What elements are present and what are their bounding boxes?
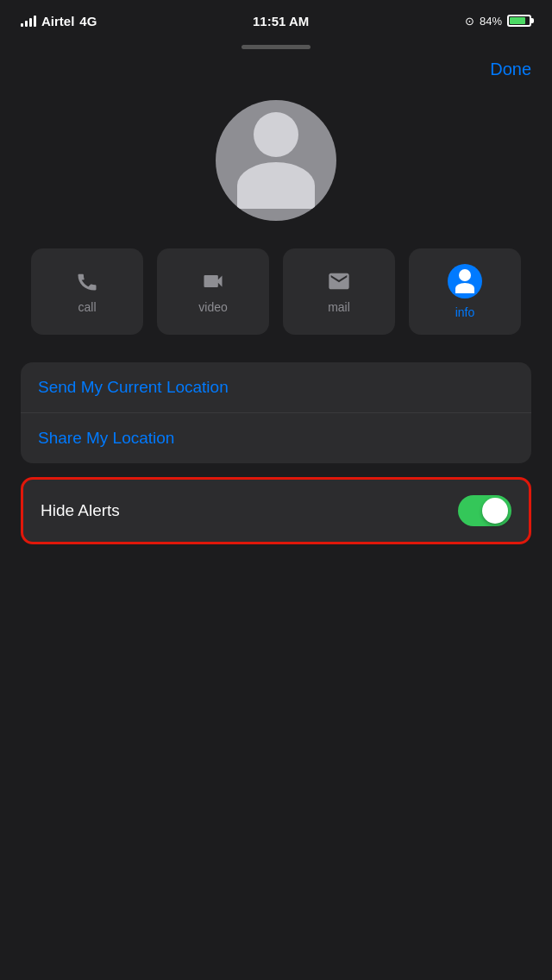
battery-percent: 84% (480, 15, 502, 28)
send-location-item[interactable]: Send My Current Location (21, 362, 531, 413)
status-right: ⊙ 84% (465, 15, 531, 28)
call-label: call (78, 300, 96, 314)
header: Done (0, 53, 552, 79)
share-location-item[interactable]: Share My Location (21, 413, 531, 463)
lock-icon: ⊙ (465, 15, 474, 28)
share-location-label: Share My Location (38, 429, 174, 448)
info-label: info (455, 305, 475, 319)
mail-icon (327, 269, 351, 293)
battery-icon (507, 15, 531, 27)
video-button[interactable]: video (157, 248, 269, 335)
actions-row: call video mail info (0, 248, 552, 362)
done-button[interactable]: Done (490, 60, 531, 79)
status-left: Airtel 4G (21, 14, 97, 28)
mail-button[interactable]: mail (283, 248, 395, 335)
video-icon (201, 269, 225, 293)
video-label: video (198, 300, 227, 314)
carrier-label: Airtel (41, 14, 74, 28)
hide-alerts-label: Hide Alerts (41, 501, 120, 520)
avatar (216, 100, 336, 221)
avatar-person-icon (237, 112, 315, 209)
hide-alerts-row: Hide Alerts (23, 480, 529, 542)
info-icon-circle (448, 264, 482, 298)
mail-label: mail (328, 300, 350, 314)
drag-handle-area (0, 38, 552, 53)
info-button[interactable]: info (409, 248, 521, 335)
phone-icon (75, 269, 99, 293)
time-label: 11:51 AM (253, 14, 309, 28)
hide-alerts-section: Hide Alerts (21, 477, 531, 544)
status-bar: Airtel 4G 11:51 AM ⊙ 84% (0, 0, 552, 38)
network-label: 4G (79, 14, 97, 28)
toggle-knob (482, 498, 508, 524)
send-location-label: Send My Current Location (38, 378, 229, 397)
drag-handle (242, 45, 310, 49)
location-section: Send My Current Location Share My Locati… (21, 362, 531, 463)
call-button[interactable]: call (31, 248, 143, 335)
hide-alerts-toggle[interactable] (458, 495, 511, 526)
avatar-section (0, 79, 552, 248)
signal-icon (21, 15, 36, 27)
